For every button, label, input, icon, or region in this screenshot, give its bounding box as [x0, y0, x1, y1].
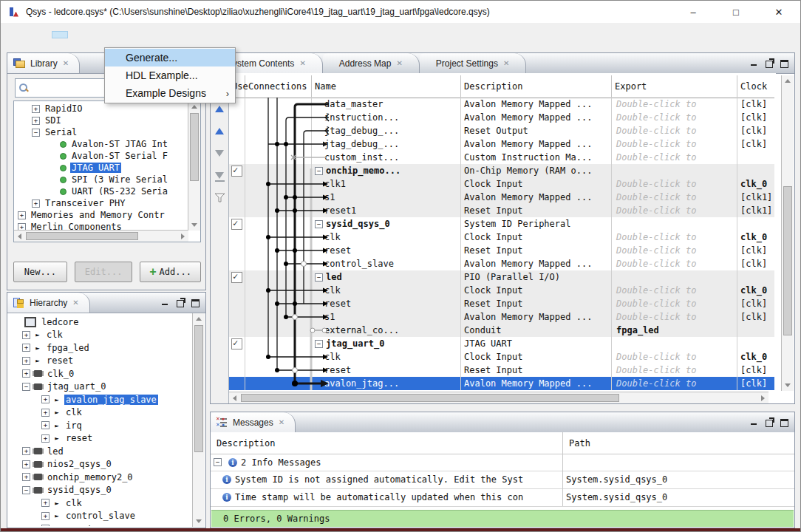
table-row[interactable]: custom_inst... Custom Instruction Ma... … [229, 151, 774, 164]
hierarchy-tree-item[interactable]: control_slave [9, 510, 192, 523]
table-row[interactable]: s1 Avalon Memory Mapped ... Double-click… [229, 191, 774, 204]
table-row[interactable]: jtag_debug_... Avalon Memory Mapped ... … [229, 137, 774, 151]
hierarchy-tree-item[interactable]: ledcore [9, 316, 192, 329]
hierarchy-tree-item[interactable]: reset [9, 522, 192, 526]
table-hscrollbar[interactable] [229, 392, 768, 403]
connections-cell[interactable] [245, 231, 312, 244]
close-button[interactable]: ✕ [757, 1, 800, 23]
hierarchy-tree-item[interactable]: led [9, 445, 192, 458]
expander-icon[interactable] [22, 357, 30, 365]
collapse-icon[interactable] [315, 167, 323, 175]
panel-minimize-icon[interactable] [750, 59, 758, 67]
expander-icon[interactable] [22, 331, 30, 339]
close-icon[interactable]: ✕ [63, 59, 69, 67]
expander-icon[interactable] [41, 395, 50, 403]
tab-library[interactable]: Library ✕ [7, 53, 80, 73]
add-button[interactable]: +Add... [140, 262, 201, 282]
collapse-icon[interactable] [214, 458, 222, 466]
panel-maximize-icon[interactable] [191, 299, 200, 307]
panel-maximize-icon[interactable] [780, 419, 788, 427]
expander-icon[interactable] [41, 421, 50, 429]
panel-float-icon[interactable] [766, 61, 773, 68]
connections-cell[interactable] [245, 204, 312, 217]
hierarchy-tree-item[interactable]: irq [9, 419, 192, 432]
minimize-button[interactable]: – [672, 1, 715, 23]
table-row[interactable]: reset1 Reset Input Double-click to [clk1… [229, 204, 774, 217]
move-down-icon[interactable] [214, 147, 226, 159]
library-tree-item[interactable]: Serial [14, 126, 188, 138]
connections-cell[interactable] [245, 364, 312, 377]
menu-option[interactable]: Generate... › [105, 49, 235, 66]
table-row[interactable]: reset Reset Input Double-click to [clk] [229, 364, 774, 377]
library-hscrollbar[interactable] [14, 230, 188, 242]
expander-icon[interactable] [32, 117, 40, 125]
content-tab[interactable]: Project Settings ✕ [420, 53, 526, 73]
hierarchy-tree-item[interactable]: clk [9, 329, 192, 342]
library-tree-item[interactable]: JTAG UART [14, 162, 188, 174]
maximize-button[interactable]: □ [715, 1, 757, 23]
content-tab[interactable]: Address Map ✕ [323, 53, 420, 73]
table-row[interactable]: instruction... Avalon Memory Mapped ... … [229, 111, 774, 124]
use-checkbox[interactable] [231, 219, 242, 230]
table-row[interactable]: onchip_memo... On-Chip Memory (RAM o... [229, 164, 774, 177]
connections-cell[interactable] [245, 137, 312, 151]
connections-cell[interactable] [245, 310, 312, 324]
move-to-top-icon[interactable] [214, 103, 226, 115]
table-row[interactable]: led PIO (Parallel I/O) [229, 270, 774, 284]
expander-icon[interactable] [22, 447, 30, 455]
connections-cell[interactable] [245, 98, 312, 111]
expander-icon[interactable] [22, 460, 30, 468]
message-row[interactable]: i Time stamp will be automatically updat… [211, 488, 794, 507]
connections-cell[interactable] [245, 270, 312, 284]
connections-cell[interactable] [245, 124, 312, 137]
expander-icon[interactable] [41, 499, 50, 507]
connections-cell[interactable] [245, 191, 312, 204]
collapse-icon[interactable] [315, 273, 323, 282]
hierarchy-tree-item[interactable]: fpga_led [9, 341, 192, 355]
table-row[interactable]: data_master Avalon Memory Mapped ... Dou… [229, 98, 774, 111]
panel-maximize-icon[interactable] [780, 60, 788, 68]
expander-icon[interactable] [32, 200, 40, 208]
menu-item[interactable] [20, 32, 35, 38]
menu-item[interactable] [85, 32, 100, 38]
expander-icon[interactable] [32, 105, 40, 113]
table-row[interactable]: avalon_jtag... Avalon Memory Mapped ... … [229, 377, 774, 390]
hierarchy-tree-item[interactable]: onchip_memory2_0 [9, 471, 192, 484]
menu-item[interactable] [52, 32, 67, 38]
menu-item[interactable] [101, 32, 116, 38]
menu-option[interactable]: Example Designs › [105, 84, 235, 102]
library-tree-item[interactable]: Avalon-ST Serial F [14, 150, 188, 162]
hierarchy-tree-item[interactable]: avalon_jtag_slave [9, 393, 192, 406]
connections-cell[interactable] [245, 151, 312, 164]
connections-cell[interactable] [245, 177, 312, 191]
connections-cell[interactable] [245, 257, 312, 270]
hierarchy-tree-item[interactable]: nios2_qsys_0 [9, 458, 192, 471]
hierarchy-tree-item[interactable]: clk_0 [9, 367, 192, 381]
library-tree-item[interactable]: Merlin Components [14, 221, 188, 230]
collapse-icon[interactable] [315, 220, 323, 228]
tab-hierarchy[interactable]: Hierarchy ✕ [7, 293, 90, 313]
library-tree-item[interactable]: SDI [14, 115, 188, 126]
expander-icon[interactable] [22, 344, 30, 352]
close-icon[interactable]: ✕ [396, 59, 402, 67]
connections-cell[interactable] [245, 164, 312, 177]
connections-cell[interactable] [245, 337, 312, 350]
expander-icon[interactable] [18, 211, 26, 219]
connections-cell[interactable] [245, 111, 312, 124]
close-icon[interactable]: ✕ [299, 59, 305, 67]
panel-minimize-icon[interactable] [750, 418, 758, 426]
hierarchy-vscrollbar[interactable] [192, 313, 205, 527]
table-row[interactable]: s1 Avalon Memory Mapped ... Double-click… [229, 310, 774, 324]
hierarchy-tree-item[interactable]: reset [9, 432, 192, 446]
table-row[interactable]: clk1 Clock Input Double-click to clk_0 [229, 177, 774, 191]
table-row[interactable]: clk Clock Input Double-click to clk_0 [229, 350, 774, 364]
connections-cell[interactable] [245, 350, 312, 364]
connections-cell[interactable] [245, 324, 312, 337]
move-to-bottom-icon[interactable] [214, 169, 226, 181]
tab-messages[interactable]: Messages ✕ [211, 412, 296, 432]
expander-icon[interactable] [22, 383, 30, 391]
new-button[interactable]: New... [13, 262, 67, 282]
menu-item[interactable] [36, 32, 51, 38]
filter-icon[interactable] [214, 191, 226, 203]
table-row[interactable]: external_co... Conduit fpga_led [229, 324, 774, 337]
